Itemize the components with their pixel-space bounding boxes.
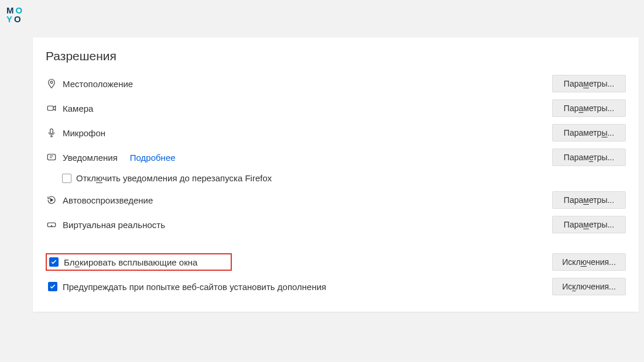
block-popups-label: Блокировать всплывающие окна bbox=[64, 257, 197, 267]
permission-notifications-row: Уведомления Подробнее Параметры... bbox=[46, 145, 626, 170]
location-label: Местоположение bbox=[63, 79, 133, 89]
camera-label: Камера bbox=[63, 104, 93, 113]
svg-rect-1 bbox=[47, 106, 53, 111]
microphone-settings-button[interactable]: Параметры... bbox=[552, 124, 626, 142]
svg-point-0 bbox=[50, 81, 53, 84]
location-settings-button[interactable]: Параметры... bbox=[552, 75, 626, 92]
svg-rect-2 bbox=[50, 129, 53, 133]
vr-icon bbox=[46, 219, 57, 230]
warn-addons-row: Предупреждать при попытке веб-сайтов уст… bbox=[46, 274, 626, 299]
location-icon bbox=[46, 78, 57, 89]
permission-autoplay-row: Автовоспроизведение Параметры... bbox=[46, 188, 626, 212]
autoplay-settings-button[interactable]: Параметры... bbox=[552, 191, 626, 209]
disable-notifications-label: Отключить уведомления до перезапуска Fir… bbox=[76, 173, 272, 183]
autoplay-icon bbox=[46, 194, 57, 206]
autoplay-label: Автовоспроизведение bbox=[63, 195, 153, 205]
notifications-settings-button[interactable]: Параметры... bbox=[552, 149, 626, 166]
permission-camera-row: Камера Параметры... bbox=[46, 96, 626, 120]
vr-label: Виртуальная реальность bbox=[63, 220, 165, 230]
permissions-panel: Разрешения Местоположение Параметры... К… bbox=[33, 37, 639, 312]
camera-settings-button[interactable]: Параметры... bbox=[552, 99, 626, 117]
notifications-label: Уведомления bbox=[63, 153, 118, 163]
notifications-learn-more-link[interactable]: Подробнее bbox=[130, 153, 176, 163]
svg-rect-4 bbox=[47, 223, 56, 227]
moyo-logo: MO YO bbox=[6, 6, 24, 23]
warn-addons-label: Предупреждать при попытке веб-сайтов уст… bbox=[63, 282, 326, 292]
permission-vr-row: Виртуальная реальность Параметры... bbox=[46, 212, 626, 237]
section-title: Разрешения bbox=[46, 49, 626, 63]
warn-addons-checkbox[interactable] bbox=[48, 282, 57, 291]
warn-addons-exceptions-button[interactable]: Исключения... bbox=[552, 278, 626, 295]
permission-microphone-row: Микрофон Параметры... bbox=[46, 120, 626, 145]
notification-icon bbox=[46, 151, 57, 163]
vr-settings-button[interactable]: Параметры... bbox=[552, 216, 626, 233]
block-popups-checkbox[interactable] bbox=[49, 257, 59, 267]
block-popups-highlight: Блокировать всплывающие окна bbox=[46, 253, 232, 271]
permission-location-row: Местоположение Параметры... bbox=[46, 71, 626, 96]
svg-rect-3 bbox=[47, 154, 56, 160]
disable-notifications-checkbox[interactable] bbox=[62, 174, 71, 183]
microphone-icon bbox=[46, 127, 57, 139]
microphone-label: Микрофон bbox=[63, 128, 105, 138]
camera-icon bbox=[46, 102, 57, 114]
block-popups-row: Блокировать всплывающие окна Исключения.… bbox=[46, 250, 626, 274]
disable-notifications-row: Отключить уведомления до перезапуска Fir… bbox=[62, 170, 626, 188]
block-popups-exceptions-button[interactable]: Исключения... bbox=[552, 253, 626, 271]
